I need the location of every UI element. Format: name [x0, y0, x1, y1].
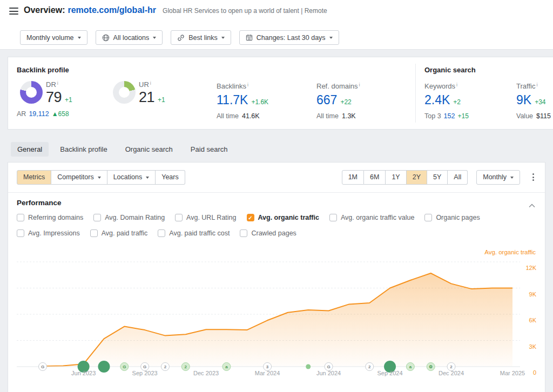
date-range-segment: 1M 6M 1Y 2Y 5Y All [342, 170, 468, 185]
checkbox-icon [240, 229, 247, 237]
tab-organic-search[interactable]: Organic search [119, 142, 179, 157]
ref-domains-alltime-row: All time1.3K [316, 112, 360, 120]
metric-checkbox-row-1: Referring domains Avg. Domain Rating Avg… [17, 214, 480, 221]
backlinks-label: Backlinksi [217, 82, 268, 90]
traffic-value[interactable]: 9K [516, 93, 531, 107]
performance-card: Metrics Competitors Locations Years 1M 6… [8, 162, 545, 392]
checkbox-avg-paid-traffic-cost[interactable]: Avg. paid traffic cost [158, 229, 230, 237]
checkbox-avg-paid-traffic[interactable]: Avg. paid traffic [90, 229, 148, 237]
checkbox-avg-impressions[interactable]: Avg. Impressions [17, 229, 80, 237]
domain-rating-donut [20, 81, 43, 104]
y-axis-tick: 9K [529, 291, 537, 298]
info-icon[interactable]: i [359, 82, 360, 87]
checkbox-organic-pages[interactable]: Organic pages [424, 214, 480, 221]
target-domain-link[interactable]: remote.com/global-hr [68, 5, 156, 15]
x-axis-tick: Sep 2024 [377, 370, 402, 376]
y-axis-tick: 6K [529, 317, 537, 323]
divider [8, 192, 545, 193]
range-1y-button[interactable]: 1Y [386, 170, 406, 185]
x-axis-tick: Mar 2024 [255, 370, 280, 376]
milestone-badge-label: ⚙ [429, 364, 433, 369]
checkbox-checked-icon [247, 214, 254, 221]
organic-traffic-area [43, 273, 512, 367]
x-axis-tick: Dec 2023 [193, 370, 219, 376]
metric-checkbox-row-2: Avg. Impressions Avg. paid traffic Avg. … [17, 229, 296, 237]
tab-general[interactable]: General [11, 142, 49, 157]
tab-paid-search[interactable]: Paid search [184, 142, 234, 157]
info-icon[interactable]: i [150, 80, 151, 86]
more-options-icon[interactable] [529, 172, 537, 183]
backlinks-value[interactable]: 11.7K [217, 93, 248, 107]
filter-bar: Monthly volume All locations Best links … [20, 30, 339, 45]
chevron-down-icon [510, 177, 514, 180]
x-axis-tick: Jun 2024 [316, 370, 341, 376]
checkbox-icon [17, 229, 24, 237]
performance-chart-svg: GGG22a3G2a⚙2 12K9K6K3K0Jun 2023Sep 2023D… [8, 245, 546, 392]
dr-value: 79 [46, 89, 62, 105]
report-tabs: General Backlink profile Organic search … [11, 142, 234, 157]
info-icon[interactable]: i [456, 82, 457, 87]
checkbox-avg-url-rating[interactable]: Avg. URL Rating [175, 214, 236, 221]
backlinks-alltime-row: All time41.6K [217, 112, 268, 120]
collapse-chevron-up-icon[interactable] [529, 200, 535, 210]
milestone-badge-label: G [143, 364, 146, 369]
ref-domains-delta: +22 [340, 98, 351, 106]
chevron-down-icon [146, 177, 149, 180]
chevron-down-icon [221, 37, 225, 40]
x-axis-tick: Sep 2023 [132, 370, 158, 376]
milestone-badge-label: 2 [164, 364, 167, 369]
keywords-top3-row: Top 3152+15 [424, 112, 469, 120]
page-title: Overview:remote.com/global-hrGlobal HR S… [24, 5, 327, 15]
milestone-badge-label: 2 [450, 364, 453, 369]
ref-domains-label: Ref. domainsi [316, 82, 360, 90]
section-divider [415, 64, 416, 123]
checkbox-referring-domains[interactable]: Referring domains [17, 214, 83, 221]
keywords-value[interactable]: 2.4K [424, 93, 450, 107]
keywords-label: Keywordsi [424, 82, 469, 90]
chart-mode-segment: Metrics Competitors Locations Years [17, 170, 185, 185]
locations-button[interactable]: Locations [107, 170, 156, 185]
url-rating-donut [113, 81, 136, 104]
range-6m-button[interactable]: 6M [364, 170, 386, 185]
monthly-volume-filter[interactable]: Monthly volume [20, 30, 87, 45]
site-explorer-overview: Overview:remote.com/global-hrGlobal HR S… [0, 0, 553, 392]
checkbox-icon [158, 229, 165, 237]
milestone-dot-small[interactable] [306, 364, 311, 369]
range-1m-button[interactable]: 1M [342, 170, 364, 185]
ref-domains-value[interactable]: 667 [316, 93, 337, 107]
ur-value: 21 [139, 89, 154, 105]
range-2y-button[interactable]: 2Y [407, 170, 427, 185]
info-icon[interactable]: i [247, 82, 248, 87]
all-locations-filter[interactable]: All locations [96, 30, 163, 45]
milestone-badge-label: G [123, 364, 126, 369]
best-links-filter[interactable]: Best links [171, 30, 231, 45]
chevron-down-icon [329, 37, 333, 40]
chart-area-layer [43, 273, 512, 367]
checkbox-crawled-pages[interactable]: Crawled pages [240, 229, 296, 237]
y-axis-tick: 0 [533, 369, 536, 376]
changes-period-filter[interactable]: Changes: Last 30 days [239, 30, 339, 45]
tab-backlink-profile[interactable]: Backlink profile [53, 142, 113, 157]
range-5y-button[interactable]: 5Y [427, 170, 448, 185]
info-icon[interactable]: i [57, 80, 58, 86]
checkbox-icon [424, 214, 432, 221]
interval-dropdown[interactable]: Monthly [476, 170, 520, 185]
calendar-icon [246, 34, 253, 41]
milestone-dot-large[interactable] [98, 361, 110, 373]
range-all-button[interactable]: All [448, 170, 468, 185]
dr-label: DRi [46, 80, 72, 89]
checkbox-avg-organic-traffic[interactable]: Avg. organic traffic [247, 214, 319, 221]
ar-value: 19,112 [29, 110, 49, 118]
metrics-button[interactable]: Metrics [17, 170, 51, 185]
checkbox-avg-organic-traffic-value[interactable]: Avg. organic traffic value [329, 214, 414, 221]
info-icon[interactable]: i [536, 82, 537, 87]
checkbox-avg-domain-rating[interactable]: Avg. Domain Rating [93, 214, 165, 221]
site-description: Global HR Services to open up a world of… [163, 7, 327, 15]
y-axis-tick: 3K [529, 343, 537, 350]
checkbox-icon [93, 214, 101, 221]
competitors-button[interactable]: Competitors [51, 170, 107, 185]
years-button[interactable]: Years [156, 170, 185, 185]
organic-search-section-title: Organic search [424, 66, 476, 74]
hamburger-menu-icon[interactable] [9, 8, 18, 15]
ur-delta: +1 [158, 96, 165, 104]
